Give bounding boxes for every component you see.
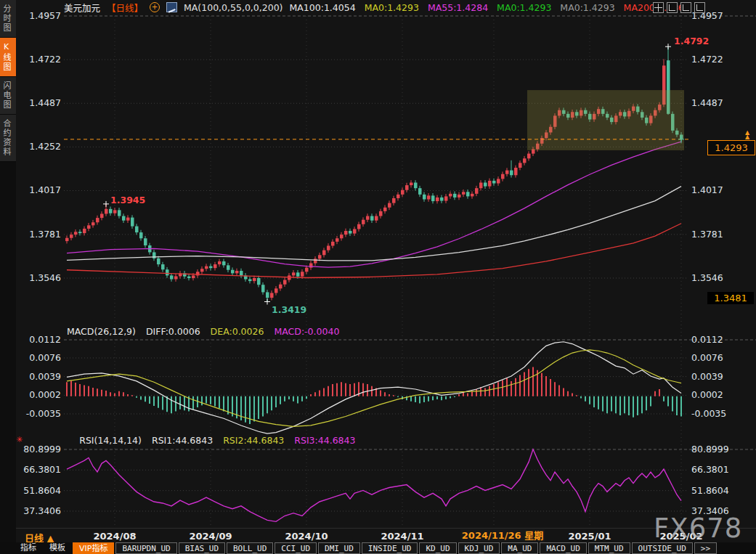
low-price-tag: 1.3481 (707, 292, 754, 304)
month-label: 2025/01 (557, 531, 622, 542)
app-window: 分时图 K线图 闪电图 合约资料 美元加元 【日线】 + MA(100,0,55… (0, 0, 756, 554)
toolbar-item-11[interactable]: KDJ_UD (458, 542, 500, 554)
chart-type-icon[interactable] (166, 2, 177, 12)
current-price-tag: 1.4293 (707, 140, 755, 155)
toolbar-item-10[interactable]: KD_UD (419, 542, 456, 554)
month-label: 2025/02 (649, 531, 714, 542)
axis-tick-label: 0.0112 (20, 334, 61, 345)
ma-lines (67, 142, 681, 277)
sidebar-tab-kline[interactable]: K线图 (0, 38, 16, 77)
axis-tick-label: 0.0002 (20, 389, 61, 400)
macd-value: MACD:-0.0040 (274, 326, 339, 337)
axis-tick-label: 51.8604 (20, 485, 61, 496)
ma-settings: MA(100,0,55,0,0,200) (184, 2, 283, 13)
toolbar-item-15[interactable]: OUTSIDE_UD (632, 542, 693, 554)
macd-title: MACD(26,12,9) (67, 326, 136, 337)
axis-tick-label: 1.3546 (20, 272, 61, 283)
macd-layer (67, 342, 681, 433)
panel-expand-icon[interactable] (680, 2, 691, 13)
toolbar-item-7[interactable]: CCI_UD (275, 542, 317, 554)
chart-header: 美元加元 【日线】 + MA(100,0,55,0,0,200) MA100:1… (64, 1, 690, 13)
macd-diff-value: DIFF:0.0006 (146, 326, 200, 337)
swing-low-annotation: 1.3419 (272, 304, 306, 315)
axis-tick-label: 80.8999 (20, 444, 61, 455)
axis-tick-label: 0.0002 (691, 389, 723, 400)
sidebar-tab-lightning[interactable]: 闪电图 (0, 77, 16, 115)
panel-next-icon[interactable] (694, 2, 705, 13)
toolbar-item-9[interactable]: INSIDE_UD (362, 542, 418, 554)
axis-tick-label: 66.3801 (20, 464, 61, 475)
axis-tick-label: 37.3406 (691, 505, 729, 516)
month-label: 2024/09 (178, 531, 243, 542)
axis-tick-label: 0.0039 (20, 371, 61, 382)
panel-layout-icon[interactable] (667, 2, 678, 13)
ma-value: MA0:1.4293 (497, 2, 551, 13)
axis-tick-label: 0.0076 (691, 352, 723, 363)
axis-tick-label: 1.4487 (20, 97, 61, 108)
rsi1-value: RSI1:44.6843 (152, 435, 213, 446)
axis-tick-label: 1.4722 (691, 54, 723, 65)
rsi2-value: RSI2:44.6843 (223, 435, 284, 446)
swing-cross-markers (103, 44, 671, 304)
axis-tick-label: 37.3406 (20, 505, 61, 516)
period-label[interactable]: 【日线】 (107, 1, 143, 15)
month-label: 2024/10 (274, 531, 339, 542)
axis-tick-label: 0.0112 (691, 334, 723, 345)
ma-value: MA0:1.4293 (560, 2, 614, 13)
axis-tick-label: 1.3781 (20, 229, 61, 240)
toolbar-item-4[interactable]: BARUPDN_UD (115, 542, 176, 554)
swing-high-annotation: 1.3945 (110, 195, 145, 205)
axis-tick-label: -0.0035 (691, 408, 726, 419)
axis-tick-label: 1.4017 (20, 184, 61, 195)
symbol-name: 美元加元 (64, 1, 100, 15)
toolbar-item-6[interactable]: BOLL_UD (227, 542, 273, 554)
crosshair-icon[interactable] (653, 2, 664, 13)
selected-date-label: 2024/11/26 星期二 (460, 529, 545, 542)
chart-canvas[interactable] (0, 0, 756, 554)
toolbar-item-8[interactable]: DMI_UD (318, 542, 360, 554)
ma-value: MA100:1.4054 (289, 2, 355, 13)
axis-tick-label: 0.0076 (20, 352, 61, 363)
rsi-header: ✳ RSI(14,14,14) RSI1:44.6843 RSI2:44.684… (16, 435, 355, 446)
indicator-toolbar: 指标模板VIP指标BARUPDN_UDBIAS_UDBOLL_UDCCI_UDD… (0, 542, 756, 554)
selection-box[interactable] (527, 90, 684, 150)
month-label: 2024/08 (82, 531, 147, 542)
toolbar-item-5[interactable]: BIAS_UD (179, 542, 225, 554)
ma-values: MA100:1.4054MA0:1.4293MA55:1.4284MA0:1.4… (289, 2, 689, 13)
axis-tick-label: 66.3801 (691, 464, 729, 475)
chart-tool-icons (653, 2, 705, 13)
axis-tick-label: 80.8999 (691, 444, 729, 455)
time-axis: 日线 ▲ 2024/11/26 星期二 2024/082024/092024/1… (0, 528, 756, 543)
rsi3-value: RSI3:44.6843 (294, 435, 355, 446)
axis-tick-label: 1.4957 (20, 10, 61, 21)
toolbar-item-1[interactable]: 指标 (15, 542, 42, 554)
add-indicator-icon[interactable]: + (150, 2, 160, 12)
toolbar-item-12[interactable]: MA_UD (501, 542, 538, 554)
high-price-annotation: 1.4792 (674, 36, 709, 46)
axis-tick-label: 1.4722 (20, 54, 61, 65)
axis-tick-label: 51.8604 (691, 485, 729, 496)
toolbar-item-14[interactable]: MTM_UD (588, 542, 630, 554)
sidebar-tab-timeshare[interactable]: 分时图 (0, 0, 16, 38)
axis-tick-label: 1.4252 (20, 141, 61, 152)
axis-tick-label: 1.4017 (691, 184, 723, 195)
toolbar-item-3[interactable]: VIP指标 (73, 542, 114, 554)
toolbar-item-2[interactable]: 模板 (44, 542, 71, 554)
axis-tick-label: -0.0035 (20, 408, 61, 419)
ma-value: MA55:1.4284 (428, 2, 488, 13)
left-sidebar: 分时图 K线图 闪电图 合约资料 (0, 0, 16, 554)
toolbar-item-13[interactable]: MACD_UD (540, 542, 586, 554)
sidebar-tab-contract-info[interactable]: 合约资料 (0, 115, 16, 162)
toolbar-item-16[interactable]: >> (694, 542, 717, 554)
rsi-line (67, 449, 681, 522)
macd-dea-value: DEA:0.0026 (211, 326, 264, 337)
macd-header: MACD(26,12,9) DIFF:0.0006 DEA:0.0026 MAC… (67, 326, 339, 337)
axis-tick-label: 1.4487 (691, 97, 723, 108)
month-label: 2024/11 (370, 531, 435, 542)
axis-tick-label: 1.3781 (691, 229, 723, 240)
axis-tick-label: 0.0039 (691, 371, 723, 382)
rsi-title: RSI(14,14,14) (79, 435, 142, 446)
ma-value: MA0:1.4293 (365, 2, 419, 13)
axis-tick-label: 1.3546 (691, 272, 723, 283)
price-marker-icon: ▲▲ (745, 131, 749, 139)
